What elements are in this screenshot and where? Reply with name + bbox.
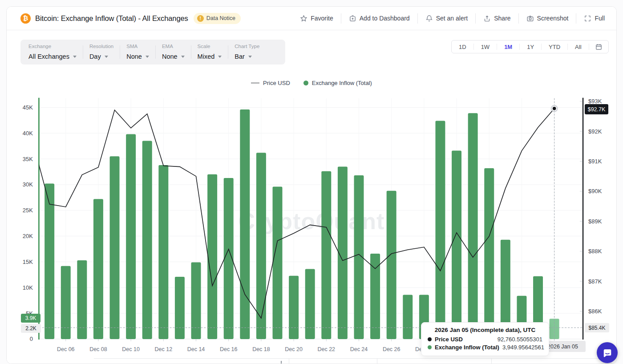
svg-text:Dec 20: Dec 20 bbox=[285, 346, 303, 352]
inflow-dot-icon bbox=[428, 345, 432, 349]
svg-text:Dec 12: Dec 12 bbox=[155, 346, 173, 352]
svg-text:$86K: $86K bbox=[588, 308, 602, 315]
svg-text:Dec 22: Dec 22 bbox=[318, 346, 336, 352]
svg-text:$89K: $89K bbox=[588, 218, 602, 225]
current-price-badge: $92.7K bbox=[585, 104, 608, 114]
svg-text:$91K: $91K bbox=[588, 158, 602, 165]
svg-text:Dec 24: Dec 24 bbox=[350, 346, 368, 352]
svg-text:Dec 08: Dec 08 bbox=[89, 346, 107, 352]
chart-canvas[interactable]: 05K10K15K20K25K30K35K40K45K$86K$87K$88K$… bbox=[7, 7, 616, 364]
svg-text:20K: 20K bbox=[23, 233, 33, 239]
crosshair-inflow-badge: 2.2K bbox=[21, 324, 41, 333]
svg-text:Dec 26: Dec 26 bbox=[383, 346, 400, 352]
time-navigator[interactable] bbox=[7, 358, 616, 364]
navigator-divider bbox=[289, 359, 289, 364]
svg-text:45K: 45K bbox=[23, 104, 33, 111]
svg-text:$93K: $93K bbox=[588, 98, 602, 105]
svg-text:35K: 35K bbox=[23, 156, 33, 162]
chart-card: ₿ Bitcoin: Exchange Inflow (Total) - All… bbox=[6, 6, 617, 364]
navigator-divider bbox=[491, 359, 492, 364]
navigator-divider bbox=[377, 359, 377, 364]
svg-text:Dec 18: Dec 18 bbox=[252, 346, 270, 352]
navigator-border bbox=[94, 358, 613, 359]
svg-text:15K: 15K bbox=[23, 259, 33, 265]
tooltip-title: 2026 Jan 05 (Incomplete data), UTC bbox=[428, 327, 542, 333]
svg-text:25K: 25K bbox=[23, 207, 33, 214]
crosshair-price-badge: $85.4K bbox=[585, 323, 609, 332]
svg-text:$92K: $92K bbox=[588, 128, 602, 135]
navigator-tick bbox=[281, 361, 282, 364]
svg-text:0: 0 bbox=[30, 336, 33, 342]
current-inflow-badge: 3.9K bbox=[21, 314, 40, 323]
chart-tooltip: 2026 Jan 05 (Incomplete data), UTC Price… bbox=[421, 322, 549, 356]
svg-text:Dec 16: Dec 16 bbox=[220, 346, 238, 352]
svg-text:Dec 06: Dec 06 bbox=[57, 346, 75, 352]
svg-text:Dec 10: Dec 10 bbox=[122, 346, 140, 352]
svg-text:10K: 10K bbox=[23, 284, 33, 291]
chat-launcher-button[interactable] bbox=[597, 342, 618, 363]
svg-text:$88K: $88K bbox=[588, 248, 602, 255]
svg-text:Dec 14: Dec 14 bbox=[187, 346, 205, 352]
tooltip-row-price: Price USD 92,760.55055301 bbox=[428, 336, 542, 343]
price-dot-icon bbox=[428, 337, 432, 341]
chat-bubble-icon bbox=[602, 348, 613, 358]
tooltip-row-inflow: Exchange Inflow (Total) 3,949.95642561 bbox=[428, 344, 542, 351]
svg-text:$90K: $90K bbox=[588, 188, 602, 194]
svg-text:$87K: $87K bbox=[588, 278, 602, 285]
svg-text:40K: 40K bbox=[23, 130, 33, 137]
svg-text:30K: 30K bbox=[23, 181, 33, 188]
